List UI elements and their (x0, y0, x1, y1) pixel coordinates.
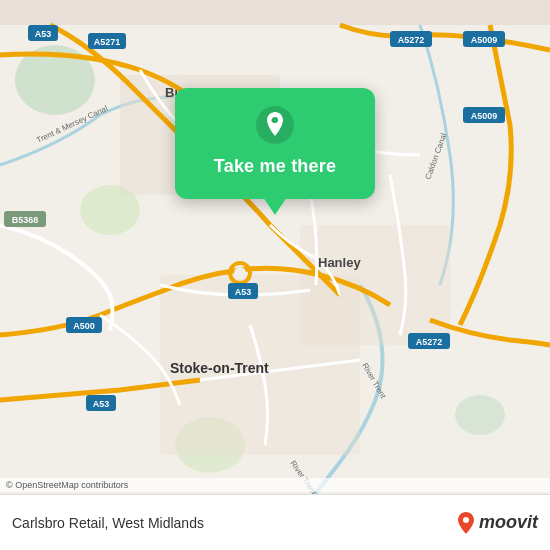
location-pin-icon (256, 106, 294, 144)
svg-text:A5272: A5272 (416, 337, 443, 347)
map-svg: A5271 A5272 A5009 A5009 A53 A53 A53 A500… (0, 0, 550, 550)
bottom-bar: Carlsbro Retail, West Midlands moovit (0, 494, 550, 550)
attribution-bar: © OpenStreetMap contributors (0, 478, 550, 492)
moovit-logo: moovit (457, 512, 538, 534)
svg-point-40 (272, 117, 278, 123)
map-container: A5271 A5272 A5009 A5009 A53 A53 A53 A500… (0, 0, 550, 550)
location-name-label: Carlsbro Retail, West Midlands (12, 515, 204, 531)
svg-text:B5368: B5368 (12, 215, 39, 225)
svg-text:A5271: A5271 (94, 37, 121, 47)
moovit-pin-icon (457, 512, 475, 534)
svg-text:A53: A53 (93, 399, 110, 409)
take-me-there-label: Take me there (203, 156, 347, 177)
svg-text:Stoke-on-Trent: Stoke-on-Trent (170, 360, 269, 376)
svg-text:A53: A53 (235, 287, 252, 297)
svg-text:A5009: A5009 (471, 35, 498, 45)
popup-card[interactable]: Take me there (175, 88, 375, 199)
moovit-brand-text: moovit (479, 512, 538, 533)
svg-text:A5272: A5272 (398, 35, 425, 45)
svg-text:A5009: A5009 (471, 111, 498, 121)
svg-text:A500: A500 (73, 321, 95, 331)
attribution-text: © OpenStreetMap contributors (6, 480, 128, 490)
svg-point-4 (455, 395, 505, 435)
svg-text:Hanley: Hanley (318, 255, 361, 270)
svg-point-9 (234, 267, 246, 279)
svg-rect-7 (300, 225, 450, 345)
svg-text:A53: A53 (35, 29, 52, 39)
